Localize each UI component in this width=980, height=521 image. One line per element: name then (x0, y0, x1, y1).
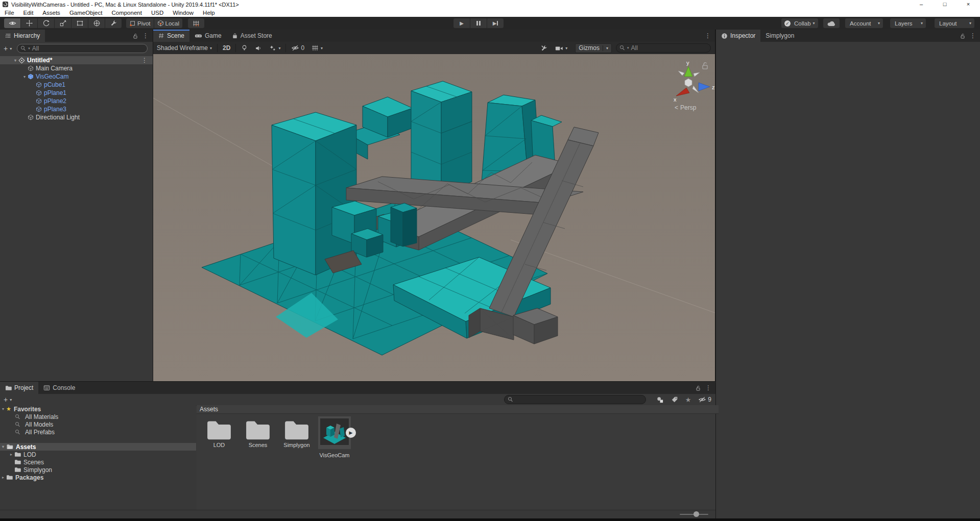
close-button[interactable]: × (957, 0, 980, 9)
asset-item-scenes[interactable]: Scenes (240, 418, 276, 448)
draw-mode-dropdown[interactable]: Shaded Wireframe ▾ (153, 42, 216, 54)
hierarchy-row-directional-light[interactable]: Directional Light (0, 113, 153, 121)
create-object-button[interactable]: + (4, 44, 8, 53)
menu-component[interactable]: Component (107, 9, 146, 17)
tree-row-favorites[interactable]: ▾ ★ Favorites (0, 405, 196, 413)
hierarchy-row-pplane2[interactable]: pPlane2 (0, 97, 153, 105)
minimize-button[interactable]: – (910, 0, 933, 9)
hierarchy-row-pcube1[interactable]: pCube1 (0, 81, 153, 89)
layout-dropdown[interactable]: Layout ▾ (935, 18, 974, 28)
tab-hierarchy[interactable]: Hierarchy (0, 30, 45, 42)
expander-icon[interactable]: ▾ (21, 75, 28, 79)
step-button[interactable]: ▶ (487, 18, 504, 28)
gizmo-center-cube[interactable] (685, 79, 692, 87)
tab-project[interactable]: Project (0, 382, 38, 394)
kebab-menu-icon[interactable]: ⋮ (705, 384, 711, 391)
scene-camera-dropdown[interactable]: ▾ (552, 42, 571, 54)
create-asset-button[interactable]: + (4, 395, 8, 404)
view-tool-button[interactable] (4, 18, 20, 28)
lighting-toggle-button[interactable] (237, 42, 251, 54)
layers-dropdown[interactable]: Layers ▾ (890, 18, 926, 28)
menu-help[interactable]: Help (198, 9, 220, 17)
tab-game[interactable]: Game (189, 30, 227, 42)
scale-tool-button[interactable] (55, 18, 71, 28)
lock-icon[interactable] (132, 33, 138, 39)
hierarchy-row-main-camera[interactable]: Main Camera (0, 64, 153, 72)
scene-visibility-toggle[interactable]: 0 (288, 42, 308, 54)
expander-icon[interactable]: ▾ (12, 58, 18, 63)
projection-label[interactable]: Persp (680, 104, 697, 111)
hierarchy-search-input[interactable]: ▾ All (17, 44, 148, 53)
expander-icon[interactable]: ▸ (8, 452, 14, 457)
kebab-menu-icon[interactable]: ⋮ (705, 32, 711, 39)
local-toggle-button[interactable]: Local (154, 18, 183, 28)
project-visibility-toggle[interactable]: 9 (698, 396, 711, 403)
gizmos-dropdown[interactable]: Gizmos ▾ (575, 43, 612, 53)
expander-icon[interactable]: ▾ (0, 444, 6, 449)
menu-file[interactable]: File (0, 9, 19, 17)
asset-item-simplygon[interactable]: Simplygon (278, 418, 315, 448)
rect-tool-button[interactable] (71, 18, 88, 28)
rotate-tool-button[interactable] (38, 18, 54, 28)
tree-row-packages[interactable]: ▸ Packages (0, 474, 196, 481)
chevron-down-icon[interactable]: ▾ (10, 398, 12, 402)
menu-edit[interactable]: Edit (19, 9, 38, 17)
thumbnail-size-slider-knob[interactable] (694, 511, 699, 517)
project-search-input[interactable] (504, 395, 646, 404)
scene-viewport[interactable]: y z x < Persp (153, 54, 715, 381)
audio-toggle-button[interactable] (251, 42, 266, 54)
maximize-button[interactable]: □ (933, 0, 957, 9)
chevron-down-icon[interactable]: ▾ (10, 46, 12, 51)
scene-search-input[interactable]: ▾ All (616, 43, 711, 53)
hierarchy-row-visgeocam[interactable]: ▾ VisGeoCam (0, 72, 153, 81)
asset-store-tab-label: Asset Store (241, 32, 272, 39)
menu-window[interactable]: Window (168, 9, 198, 17)
2d-toggle-button[interactable]: 2D (219, 42, 234, 54)
asset-item-lod[interactable]: LOD (201, 418, 237, 448)
scene-tools-button[interactable] (537, 42, 552, 54)
play-button[interactable]: ▶ (453, 18, 470, 28)
kebab-menu-icon[interactable]: ⋮ (142, 32, 149, 39)
account-dropdown[interactable]: Account ▾ (845, 18, 883, 28)
menu-gameobject[interactable]: GameObject (65, 9, 107, 17)
search-by-type-icon[interactable] (656, 396, 664, 404)
tree-row-lod[interactable]: ▸ LOD (0, 451, 196, 458)
tree-row-assets[interactable]: ▾ Assets (0, 443, 196, 451)
tab-scene[interactable]: Scene (153, 30, 189, 42)
menu-usd[interactable]: USD (147, 9, 168, 17)
transform-tool-button[interactable] (88, 18, 105, 28)
tab-console[interactable]: Console (38, 382, 80, 394)
pivot-toggle-button[interactable]: Pivot (126, 18, 154, 28)
tree-row-all-prefabs[interactable]: All Prefabs (0, 428, 196, 436)
lock-icon[interactable] (960, 33, 966, 39)
expander-icon[interactable]: ▾ (0, 407, 6, 411)
hierarchy-row-pplane1[interactable]: pPlane1 (0, 89, 153, 97)
tree-row-scenes[interactable]: Scenes (0, 458, 196, 466)
kebab-menu-icon[interactable]: ⋮ (970, 32, 976, 39)
scene-3d-render[interactable]: y z x < Persp (153, 54, 715, 381)
tree-row-all-models[interactable]: All Models (0, 420, 196, 428)
move-tool-button[interactable] (21, 18, 37, 28)
hierarchy-row-pplane3[interactable]: pPlane3 (0, 105, 153, 113)
lock-icon[interactable] (695, 385, 701, 391)
effects-dropdown[interactable]: ▾ (266, 42, 284, 54)
grid-visibility-dropdown[interactable]: ▾ (308, 42, 326, 54)
search-by-label-icon[interactable] (671, 396, 678, 403)
tab-asset-store[interactable]: Asset Store (227, 30, 277, 42)
tab-simplygon[interactable]: Simplygon (760, 30, 799, 42)
pause-button[interactable] (470, 18, 487, 28)
hierarchy-row-scene[interactable]: ▾ Untitled* ⋮ (0, 56, 153, 64)
tree-row-simplygon[interactable]: Simplygon (0, 466, 196, 474)
expander-icon[interactable]: ▸ (0, 475, 6, 480)
custom-tool-button[interactable] (105, 18, 122, 28)
main-toolbar: Pivot Local ▶ ▶ ✓ Collab ▾ (0, 17, 980, 30)
favorites-star-icon[interactable]: ★ (685, 396, 691, 404)
tree-row-all-materials[interactable]: All Materials (0, 413, 196, 420)
cloud-services-button[interactable] (823, 18, 840, 28)
collab-button[interactable]: ✓ Collab ▾ (781, 18, 818, 28)
assets-breadcrumb[interactable]: Assets (200, 406, 218, 413)
grid-snap-button[interactable] (188, 18, 204, 28)
kebab-menu-icon[interactable]: ⋮ (141, 57, 148, 64)
tab-inspector[interactable]: Inspector (716, 30, 760, 42)
menu-assets[interactable]: Assets (38, 9, 65, 17)
